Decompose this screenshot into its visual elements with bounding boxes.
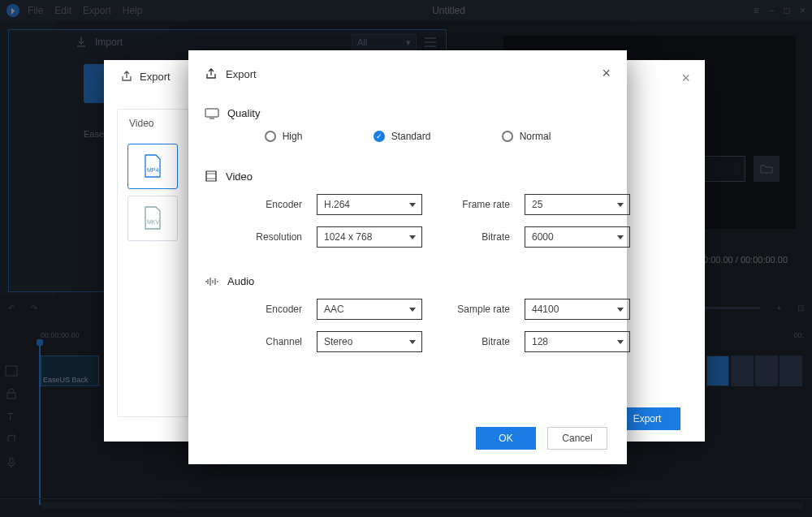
video-encoder-dropdown[interactable]: H.264	[317, 194, 422, 215]
export-dialog-title: Export	[140, 71, 171, 83]
quality-header: Quality	[227, 107, 260, 119]
export-icon	[205, 67, 218, 80]
audio-bitrate-label: Bitrate	[437, 336, 510, 347]
audio-channel-label: Channel	[229, 336, 302, 347]
video-bitrate-dropdown[interactable]: 6000	[525, 226, 630, 248]
audio-samplerate-dropdown[interactable]: 44100	[525, 299, 630, 320]
format-mp4-card[interactable]: MP4	[127, 144, 178, 189]
audio-header: Audio	[227, 275, 254, 287]
quality-option-normal[interactable]: Normal	[502, 131, 551, 142]
video-encoder-label: Encoder	[229, 199, 302, 210]
cancel-button[interactable]: Cancel	[547, 427, 607, 450]
video-icon	[205, 170, 218, 183]
audio-bitrate-dropdown[interactable]: 128	[525, 331, 630, 352]
video-bitrate-label: Bitrate	[437, 231, 510, 243]
settings-dialog-title: Export	[226, 68, 257, 80]
ok-button[interactable]: OK	[476, 427, 536, 450]
quality-option-standard[interactable]: Standard	[374, 131, 431, 142]
video-resolution-label: Resolution	[229, 231, 302, 243]
export-settings-dialog: Export × Quality High Standard Normal Vi…	[188, 50, 627, 464]
export-dialog-close[interactable]: ×	[681, 70, 690, 87]
svg-rect-18	[205, 109, 218, 117]
settings-dialog-close[interactable]: ×	[602, 65, 611, 82]
audio-channel-dropdown[interactable]: Stereo	[317, 331, 422, 352]
format-mkv-card[interactable]: MKV	[127, 196, 178, 241]
svg-text:MKV: MKV	[147, 219, 160, 225]
svg-rect-19	[206, 171, 216, 181]
export-icon	[120, 70, 133, 83]
audio-encoder-label: Encoder	[229, 304, 302, 315]
quality-option-high[interactable]: High	[265, 131, 303, 142]
quality-icon	[205, 108, 219, 119]
audio-samplerate-label: Sample rate	[437, 304, 510, 315]
video-resolution-dropdown[interactable]: 1024 x 768	[317, 226, 422, 248]
audio-encoder-dropdown[interactable]: AAC	[317, 299, 422, 320]
svg-text:MP4: MP4	[147, 167, 159, 173]
format-side-header: Video	[118, 110, 188, 137]
video-framerate-label: Frame rate	[437, 199, 510, 210]
video-framerate-dropdown[interactable]: 25	[525, 194, 630, 215]
audio-icon	[205, 276, 219, 287]
video-header: Video	[226, 170, 253, 183]
